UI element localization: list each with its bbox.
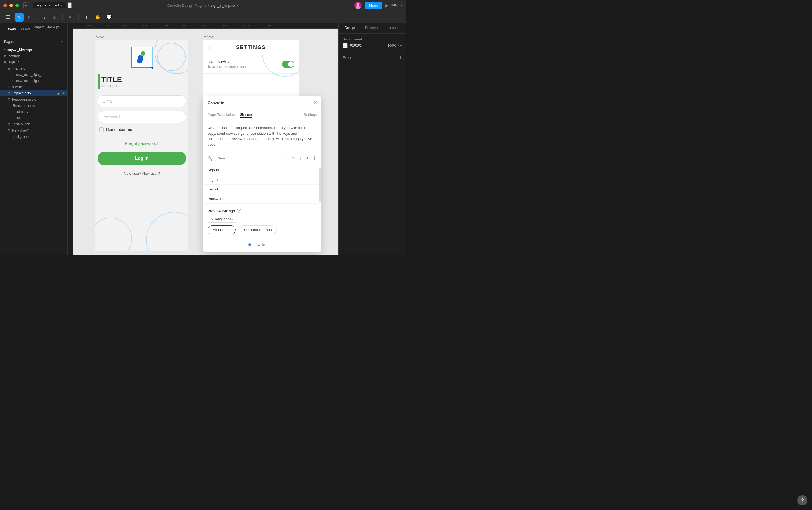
text-icon: T <box>12 73 14 77</box>
zoom-level: 84% <box>392 3 398 7</box>
layer-item-subtitle[interactable]: T subtitle <box>0 84 67 90</box>
layer-item-settings[interactable]: ⊞ settings <box>0 53 67 59</box>
panel-close-button[interactable]: × <box>314 100 317 106</box>
play-button[interactable]: ▶ <box>385 3 388 8</box>
layer-item-input-copy[interactable]: ⊡ input copy <box>0 109 67 115</box>
layer-label: impact_gray <box>13 91 31 95</box>
string-item-signin[interactable]: Sign In <box>203 166 321 175</box>
search-input[interactable] <box>214 154 288 162</box>
select-tool[interactable]: ↖ <box>14 13 24 22</box>
crowdin-logo-svg: crowdin <box>248 242 276 248</box>
crowdin-panel: Crowdin × Page Translation Strings Setti… <box>203 96 321 252</box>
tab-strings[interactable]: Strings <box>240 112 252 118</box>
layer-item-new-user-1[interactable]: T new_user_sign_up <box>0 71 67 78</box>
layer-item-remember-me[interactable]: ⊡ Remember me <box>0 102 67 109</box>
panel-description: Create clear multilingual user interface… <box>203 121 321 151</box>
all-frames-button[interactable]: All Frames <box>207 226 236 234</box>
logo-svg <box>136 51 148 64</box>
layer-label: input <box>13 116 20 120</box>
layer-item-input[interactable]: ⊡ input <box>0 115 67 121</box>
login-button[interactable]: Log In <box>97 152 186 165</box>
tab-design[interactable]: Design <box>339 23 361 33</box>
refresh-icon-button[interactable]: ↻ <box>290 154 296 162</box>
string-item-email[interactable]: E-mail <box>203 185 321 194</box>
hand-tool[interactable]: ✋ <box>93 13 103 22</box>
signin-frame[interactable]: TITLE lorem ipsum E-mail Password Rememb… <box>95 40 188 251</box>
pages-icon[interactable]: ⊞ <box>23 2 27 8</box>
svg-text:crowdin: crowdin <box>253 243 265 247</box>
group-icon: ⊡ <box>8 123 10 126</box>
titlebar-right: Share ▶ 84% ▾ <box>354 2 403 9</box>
visibility-eye-icon[interactable]: 👁 <box>398 44 402 48</box>
string-item-remember-me[interactable]: Remember me <box>203 204 321 205</box>
pen-tool[interactable]: / <box>40 13 49 22</box>
remember-me-row[interactable]: Remember me <box>99 127 132 132</box>
layer-item-forgot-password[interactable]: T forgot-password <box>0 96 67 102</box>
vector-tool[interactable]: ✏ <box>66 13 75 22</box>
menu-button[interactable]: ☰ <box>3 13 12 22</box>
string-item-password[interactable]: Password <box>203 194 321 204</box>
comment-tool[interactable]: 💬 <box>105 13 114 22</box>
tab-settings[interactable]: Settings <box>303 113 317 118</box>
forgot-password-link[interactable]: Forgot password? <box>125 141 159 146</box>
layer-label: New User? <box>12 128 29 132</box>
string-label: Password <box>207 197 224 201</box>
add-string-button[interactable]: + <box>305 155 310 162</box>
selected-frames-button[interactable]: Selected Frames <box>238 226 277 234</box>
chevron-down-icon: ▾ <box>4 48 6 52</box>
back-arrow-icon[interactable]: ← <box>207 44 214 51</box>
zoom-dropdown-icon[interactable]: ▾ <box>401 4 403 7</box>
panel-scrollbar <box>319 168 321 202</box>
text-tool[interactable]: T <box>82 13 91 22</box>
color-swatch[interactable] <box>343 43 348 48</box>
sidebar-tab-layers[interactable]: Layers <box>3 26 18 32</box>
sidebar-tab-assets[interactable]: Assets <box>18 26 33 32</box>
group-icon: ⊡ <box>8 135 10 139</box>
email-field[interactable]: E-mail <box>97 95 186 107</box>
tab-page-translation[interactable]: Page Translation <box>207 113 235 118</box>
preview-strings-label: Preview Strings <box>207 209 235 213</box>
dropdown-arrow-icon[interactable]: ▾ <box>237 4 238 7</box>
checkbox[interactable] <box>99 127 104 132</box>
layer-item-signin[interactable]: ⊞ sign_in <box>0 59 67 65</box>
layer-item-impact-gray[interactable]: ⊡ impact_gray 🔒 👁 <box>0 90 67 96</box>
crowdin-logo: crowdin <box>248 242 276 248</box>
share-button[interactable]: Share <box>365 2 382 9</box>
frame-icon: ⊞ <box>4 54 6 58</box>
help-icon-button[interactable]: ? <box>312 155 317 162</box>
shape-tool[interactable]: ◇ <box>50 13 59 22</box>
canvas-area[interactable]: -2500 -2400 -2300 -2200 -2100 -2000 -190… <box>68 23 338 255</box>
new-tab-button[interactable]: + <box>68 2 71 8</box>
minimize-button[interactable] <box>9 4 13 7</box>
maximize-button[interactable] <box>15 4 19 7</box>
all-languages-dropdown[interactable]: All languages ▾ <box>207 216 237 222</box>
color-hex-value[interactable]: F2F2F2 <box>350 44 362 48</box>
canvas-content[interactable]: sign_in <box>73 29 338 255</box>
layer-item-new-user-text[interactable]: T New User? <box>0 127 67 133</box>
add-page-button[interactable]: + <box>60 39 63 44</box>
tab-close-icon[interactable]: × <box>61 4 62 7</box>
layer-item-new-user-2[interactable]: T new_user_sign_up <box>0 78 67 84</box>
eye-icon[interactable]: 👁 <box>62 92 65 95</box>
ruler-tick: -2400 <box>102 23 109 27</box>
page-item-impact-mockups[interactable]: ▾ impact_Mockups <box>0 46 67 53</box>
password-field[interactable]: Password <box>97 111 186 123</box>
layer-item-frame6[interactable]: ⊞ Frame 6 <box>0 65 67 71</box>
avatar[interactable] <box>354 2 362 9</box>
scale-tool[interactable]: ⊞ <box>24 13 33 22</box>
panel-footer: crowdin <box>203 238 321 252</box>
string-item-login[interactable]: Log In <box>203 175 321 185</box>
touch-id-toggle[interactable] <box>282 61 294 68</box>
info-icon[interactable]: ? <box>237 209 241 213</box>
breadcrumb-plugin: Crowdin Design Plugins <box>168 3 206 8</box>
active-tab[interactable]: sign_in_impact × <box>33 2 66 8</box>
upload-icon-button[interactable]: ↑ <box>298 155 303 162</box>
color-opacity-value[interactable]: 100% <box>387 44 396 48</box>
tab-inspect[interactable]: Inspect <box>383 23 406 33</box>
add-export-button[interactable]: + <box>399 55 402 61</box>
new-user-text: New user? New user? <box>124 171 160 176</box>
tab-prototype[interactable]: Prototype <box>361 23 384 33</box>
close-button[interactable] <box>3 4 7 7</box>
layer-item-background[interactable]: ⊡ background <box>0 133 67 140</box>
layer-item-login-button[interactable]: ⊡ login button <box>0 121 67 127</box>
